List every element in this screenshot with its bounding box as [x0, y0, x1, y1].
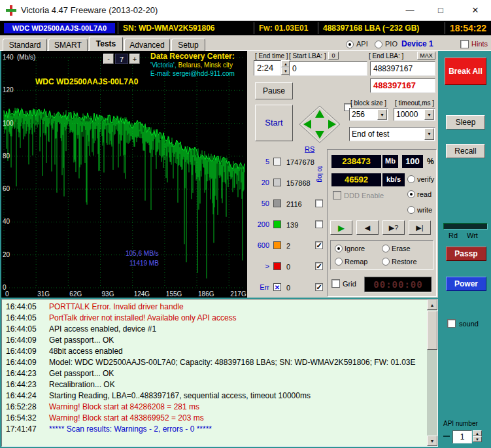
zoom-in-button[interactable]: +	[129, 54, 140, 64]
log-line: 16:44:24Starting Reading, LBA=0..4883971…	[6, 390, 426, 402]
end-time-label: [ End time ]	[255, 52, 288, 60]
recall-button[interactable]: Recall	[446, 144, 485, 158]
block-size-select[interactable]: 256	[349, 108, 388, 121]
rs-link[interactable]: RS	[305, 145, 314, 153]
block-size-label: [ block size ]	[350, 99, 386, 107]
erase-radio[interactable]	[382, 245, 390, 252]
svg-text:80: 80	[3, 152, 10, 160]
log-line: 16:44:05PortTalk driver not installed! A…	[6, 313, 426, 324]
power-button[interactable]: Power	[446, 277, 486, 291]
timeout-select[interactable]: 10000	[394, 108, 435, 121]
sleep-button[interactable]: Sleep	[446, 115, 485, 129]
tab-bar: Standard SMART Tests Advanced Setup API …	[0, 35, 491, 51]
banner: Data Recovery Center: 'Victoria', Belaru…	[150, 52, 247, 78]
stat-log-checkbox[interactable]	[315, 199, 323, 207]
end-of-test-select[interactable]: End of test	[349, 127, 435, 141]
scrollbar-thumb[interactable]	[427, 311, 437, 350]
remap-radio[interactable]	[335, 258, 343, 266]
avg-speed-annotation: 105,6 MB/s	[126, 250, 159, 257]
timeout-label: [ timeout,ms ]	[395, 99, 434, 107]
chevron-down-icon[interactable]	[424, 109, 434, 120]
maximize-button[interactable]: □	[427, 0, 454, 21]
scroll-down-icon[interactable]	[427, 436, 437, 446]
pio-radio-label: PIO	[385, 40, 398, 48]
stat-count: 2	[286, 242, 290, 250]
svg-text:120: 120	[3, 86, 14, 94]
passp-button[interactable]: Passp	[446, 247, 486, 261]
stat-color-box	[273, 199, 281, 207]
stat-log-checkbox[interactable]	[315, 262, 323, 270]
api-radio[interactable]	[346, 41, 354, 48]
banner-line3: E-mail: sergei@hdd-911.com	[150, 69, 247, 78]
step-back-button[interactable]: ◀	[356, 220, 379, 235]
titlebar: Victoria 4.47 Freeware (2013-02-20) — □ …	[0, 0, 491, 21]
stat-row-600: 6002	[251, 237, 328, 256]
media-controls: ▶◀▶?▶|	[330, 220, 435, 236]
ignore-radio-label: Ignore	[345, 245, 365, 252]
tab-standard[interactable]: Standard	[3, 39, 47, 51]
pause-button[interactable]: Pause	[255, 82, 293, 99]
svg-text:0: 0	[5, 290, 9, 298]
stat-log-checkbox[interactable]	[315, 283, 323, 291]
start-button[interactable]: Start	[255, 105, 293, 141]
stat-log-checkbox[interactable]	[315, 220, 323, 228]
stat-color-box	[273, 179, 281, 186]
svg-text:31G: 31G	[37, 290, 50, 298]
scroll-up-icon[interactable]	[427, 300, 437, 310]
erase-radio-label: Erase	[392, 245, 411, 252]
divider	[254, 22, 254, 34]
start-lba-field[interactable]: 0	[289, 61, 367, 76]
stat-threshold-label: 50	[251, 199, 269, 207]
tab-tests[interactable]: Tests	[89, 37, 123, 51]
api-number-spinner[interactable]	[473, 430, 482, 443]
api-number-label: API number	[443, 420, 478, 427]
log-scrollbar[interactable]	[427, 300, 437, 446]
tab-setup[interactable]: Setup	[171, 39, 205, 51]
jump-end-button[interactable]: ▶|	[409, 220, 431, 235]
tab-smart[interactable]: SMART	[48, 39, 88, 51]
mb-done-display: 238473	[331, 155, 381, 168]
window-title: Victoria 4.47 Freeware (2013-02-20)	[21, 5, 158, 15]
svg-text:140: 140	[3, 54, 14, 61]
chevron-down-icon[interactable]	[377, 109, 387, 120]
close-button[interactable]: ✕	[460, 0, 491, 21]
stat-log-checkbox[interactable]	[315, 241, 323, 249]
svg-text:100: 100	[3, 120, 14, 127]
percent-display: 100	[402, 155, 423, 168]
minimize-button[interactable]: —	[396, 0, 424, 21]
event-log: 16:44:05PORTTALK Error. Invalid driver h…	[1, 299, 438, 447]
zoom-out-button[interactable]: -	[103, 54, 114, 64]
hints-checkbox[interactable]	[460, 40, 469, 48]
read-radio[interactable]	[407, 190, 415, 198]
stat-color-box	[273, 220, 281, 228]
restore-radio[interactable]	[382, 258, 390, 266]
nav-pad-icon[interactable]	[298, 105, 341, 144]
write-radio[interactable]	[407, 206, 415, 214]
stat-row-err: Err✕0	[251, 279, 328, 298]
sound-checkbox[interactable]	[447, 319, 456, 328]
ignore-radio[interactable]	[335, 245, 343, 252]
tab-advanced[interactable]: Advanced	[124, 39, 170, 51]
end-time-field[interactable]: 2:24	[254, 60, 281, 76]
end-lba-field[interactable]: 488397167	[370, 61, 435, 76]
stat-color-box	[273, 158, 281, 165]
pio-radio[interactable]	[375, 41, 382, 48]
end-lba-max-button[interactable]: MAX	[417, 52, 435, 60]
break-all-button[interactable]: Break All	[445, 58, 486, 85]
log-line: 16:44:23Recalibration... OK	[6, 379, 426, 390]
play-button[interactable]: ▶	[330, 220, 352, 235]
grid-checkbox-label: Grid	[343, 280, 356, 288]
svg-text:186G: 186G	[198, 290, 214, 298]
svg-text:217G: 217G	[230, 290, 246, 298]
chevron-down-icon[interactable]	[424, 128, 434, 140]
remap-radio-label: Remap	[345, 258, 367, 266]
stat-threshold-label: 200	[251, 220, 269, 228]
grid-checkbox[interactable]	[331, 279, 340, 288]
start-lba-min-button[interactable]: 0	[328, 52, 339, 60]
jump-question-button[interactable]: ▶?	[382, 220, 405, 235]
svg-text:124G: 124G	[134, 290, 150, 298]
ddd-enable-checkbox[interactable]	[333, 191, 341, 199]
api-number-field[interactable]: 1	[452, 430, 472, 443]
verify-radio[interactable]	[407, 175, 415, 183]
divider	[445, 22, 445, 34]
